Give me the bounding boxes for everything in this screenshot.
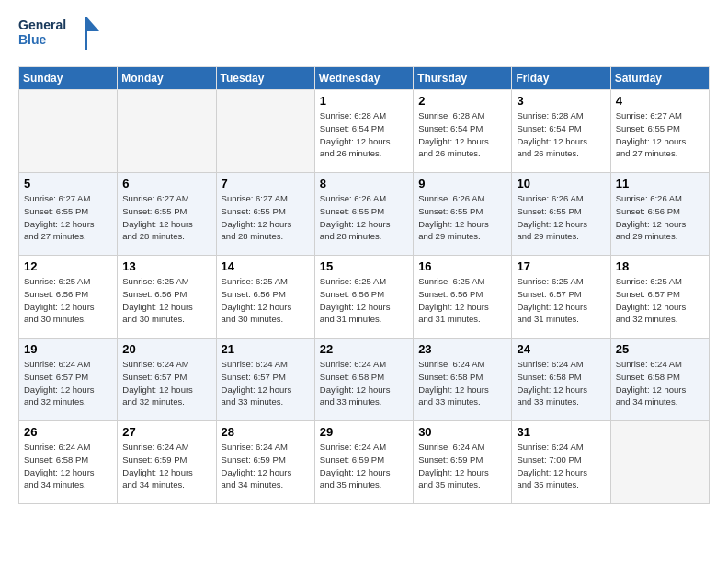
day-info: Sunrise: 6:24 AM Sunset: 6:58 PM Dayligh… (320, 358, 408, 408)
day-number: 6 (122, 177, 210, 190)
calendar-cell: 9Sunrise: 6:26 AM Sunset: 6:55 PM Daylig… (414, 173, 512, 256)
header: General Blue (18, 15, 710, 57)
day-info: Sunrise: 6:24 AM Sunset: 6:57 PM Dayligh… (222, 358, 310, 408)
calendar-cell: 5Sunrise: 6:27 AM Sunset: 6:55 PM Daylig… (19, 173, 118, 256)
calendar-cell: 19Sunrise: 6:24 AM Sunset: 6:57 PM Dayli… (19, 339, 118, 421)
day-number: 23 (418, 342, 506, 356)
day-info: Sunrise: 6:26 AM Sunset: 6:55 PM Dayligh… (418, 192, 506, 243)
day-info: Sunrise: 6:24 AM Sunset: 6:58 PM Dayligh… (517, 358, 605, 408)
day-number: 20 (122, 342, 210, 356)
calendar-cell: 7Sunrise: 6:27 AM Sunset: 6:55 PM Daylig… (216, 173, 314, 256)
day-number: 9 (418, 177, 506, 190)
weekday-header: Wednesday (314, 67, 413, 90)
calendar-week-row: 26Sunrise: 6:24 AM Sunset: 6:58 PM Dayli… (19, 421, 710, 504)
day-number: 7 (222, 177, 310, 190)
calendar-week-row: 5Sunrise: 6:27 AM Sunset: 6:55 PM Daylig… (19, 173, 710, 256)
day-number: 30 (418, 425, 506, 439)
day-info: Sunrise: 6:24 AM Sunset: 6:59 PM Dayligh… (418, 441, 506, 491)
day-number: 31 (517, 425, 605, 439)
day-number: 21 (222, 342, 310, 356)
weekday-header: Thursday (414, 67, 512, 90)
logo: General Blue (18, 15, 101, 57)
calendar-cell: 13Sunrise: 6:25 AM Sunset: 6:56 PM Dayli… (118, 256, 216, 339)
page: General Blue SundayMondayTuesdayWednesda… (0, 0, 728, 563)
calendar-cell: 20Sunrise: 6:24 AM Sunset: 6:57 PM Dayli… (118, 339, 216, 421)
day-info: Sunrise: 6:26 AM Sunset: 6:55 PM Dayligh… (517, 192, 605, 243)
calendar-week-row: 12Sunrise: 6:25 AM Sunset: 6:56 PM Dayli… (19, 256, 710, 339)
day-number: 25 (616, 342, 704, 356)
weekday-header: Tuesday (216, 67, 314, 90)
day-info: Sunrise: 6:24 AM Sunset: 6:57 PM Dayligh… (24, 358, 112, 408)
calendar-cell: 8Sunrise: 6:26 AM Sunset: 6:55 PM Daylig… (314, 173, 413, 256)
calendar-cell: 29Sunrise: 6:24 AM Sunset: 6:59 PM Dayli… (314, 421, 413, 504)
day-number: 10 (517, 177, 605, 190)
svg-text:General: General (18, 17, 66, 32)
weekday-header: Monday (118, 67, 216, 90)
weekday-header: Saturday (610, 67, 709, 90)
calendar-cell: 26Sunrise: 6:24 AM Sunset: 6:58 PM Dayli… (19, 421, 118, 504)
day-info: Sunrise: 6:27 AM Sunset: 6:55 PM Dayligh… (222, 192, 310, 243)
calendar-cell (216, 90, 314, 173)
day-number: 11 (616, 177, 704, 190)
day-info: Sunrise: 6:28 AM Sunset: 6:54 PM Dayligh… (320, 109, 408, 160)
calendar-cell: 12Sunrise: 6:25 AM Sunset: 6:56 PM Dayli… (19, 256, 118, 339)
calendar-cell: 14Sunrise: 6:25 AM Sunset: 6:56 PM Dayli… (216, 256, 314, 339)
day-info: Sunrise: 6:25 AM Sunset: 6:57 PM Dayligh… (616, 275, 704, 326)
calendar-cell: 23Sunrise: 6:24 AM Sunset: 6:58 PM Dayli… (414, 339, 512, 421)
calendar-week-row: 19Sunrise: 6:24 AM Sunset: 6:57 PM Dayli… (19, 339, 710, 421)
day-number: 1 (320, 94, 408, 108)
day-number: 2 (418, 94, 506, 108)
calendar-cell (118, 90, 216, 173)
day-info: Sunrise: 6:24 AM Sunset: 7:00 PM Dayligh… (517, 441, 605, 491)
calendar-cell: 4Sunrise: 6:27 AM Sunset: 6:55 PM Daylig… (610, 90, 709, 173)
svg-text:Blue: Blue (18, 32, 47, 47)
calendar-cell (610, 421, 709, 504)
day-number: 14 (222, 259, 310, 273)
day-info: Sunrise: 6:24 AM Sunset: 6:58 PM Dayligh… (24, 441, 112, 491)
day-info: Sunrise: 6:25 AM Sunset: 6:56 PM Dayligh… (24, 275, 112, 326)
day-number: 18 (616, 259, 704, 273)
calendar-cell: 21Sunrise: 6:24 AM Sunset: 6:57 PM Dayli… (216, 339, 314, 421)
day-number: 5 (24, 177, 112, 190)
day-info: Sunrise: 6:27 AM Sunset: 6:55 PM Dayligh… (24, 192, 112, 243)
day-info: Sunrise: 6:27 AM Sunset: 6:55 PM Dayligh… (616, 109, 704, 160)
logo-svg: General Blue (18, 15, 101, 53)
day-number: 27 (122, 425, 210, 439)
calendar-cell: 27Sunrise: 6:24 AM Sunset: 6:59 PM Dayli… (118, 421, 216, 504)
weekday-header: Sunday (19, 67, 118, 90)
calendar-cell: 30Sunrise: 6:24 AM Sunset: 6:59 PM Dayli… (414, 421, 512, 504)
calendar-cell: 3Sunrise: 6:28 AM Sunset: 6:54 PM Daylig… (512, 90, 610, 173)
calendar-week-row: 1Sunrise: 6:28 AM Sunset: 6:54 PM Daylig… (19, 90, 710, 173)
calendar-cell: 28Sunrise: 6:24 AM Sunset: 6:59 PM Dayli… (216, 421, 314, 504)
day-info: Sunrise: 6:25 AM Sunset: 6:56 PM Dayligh… (320, 275, 408, 326)
day-info: Sunrise: 6:25 AM Sunset: 6:56 PM Dayligh… (222, 275, 310, 326)
day-info: Sunrise: 6:27 AM Sunset: 6:55 PM Dayligh… (122, 192, 210, 243)
day-info: Sunrise: 6:25 AM Sunset: 6:57 PM Dayligh… (517, 275, 605, 326)
calendar-cell: 6Sunrise: 6:27 AM Sunset: 6:55 PM Daylig… (118, 173, 216, 256)
svg-marker-2 (86, 17, 99, 31)
day-number: 19 (24, 342, 112, 356)
calendar-cell: 17Sunrise: 6:25 AM Sunset: 6:57 PM Dayli… (512, 256, 610, 339)
day-info: Sunrise: 6:28 AM Sunset: 6:54 PM Dayligh… (418, 109, 506, 160)
logo-text: General Blue (18, 15, 101, 57)
day-number: 8 (320, 177, 408, 190)
calendar-cell (19, 90, 118, 173)
day-info: Sunrise: 6:24 AM Sunset: 6:59 PM Dayligh… (222, 441, 310, 491)
calendar-cell: 22Sunrise: 6:24 AM Sunset: 6:58 PM Dayli… (314, 339, 413, 421)
day-number: 16 (418, 259, 506, 273)
weekday-header: Friday (512, 67, 610, 90)
day-info: Sunrise: 6:24 AM Sunset: 6:58 PM Dayligh… (616, 358, 704, 408)
calendar-cell: 18Sunrise: 6:25 AM Sunset: 6:57 PM Dayli… (610, 256, 709, 339)
day-number: 28 (222, 425, 310, 439)
calendar-cell: 31Sunrise: 6:24 AM Sunset: 7:00 PM Dayli… (512, 421, 610, 504)
day-info: Sunrise: 6:24 AM Sunset: 6:57 PM Dayligh… (122, 358, 210, 408)
calendar-cell: 15Sunrise: 6:25 AM Sunset: 6:56 PM Dayli… (314, 256, 413, 339)
day-number: 24 (517, 342, 605, 356)
day-info: Sunrise: 6:26 AM Sunset: 6:55 PM Dayligh… (320, 192, 408, 243)
day-info: Sunrise: 6:25 AM Sunset: 6:56 PM Dayligh… (122, 275, 210, 326)
day-number: 12 (24, 259, 112, 273)
day-number: 22 (320, 342, 408, 356)
day-info: Sunrise: 6:28 AM Sunset: 6:54 PM Dayligh… (517, 109, 605, 160)
day-number: 4 (616, 94, 704, 108)
day-number: 29 (320, 425, 408, 439)
